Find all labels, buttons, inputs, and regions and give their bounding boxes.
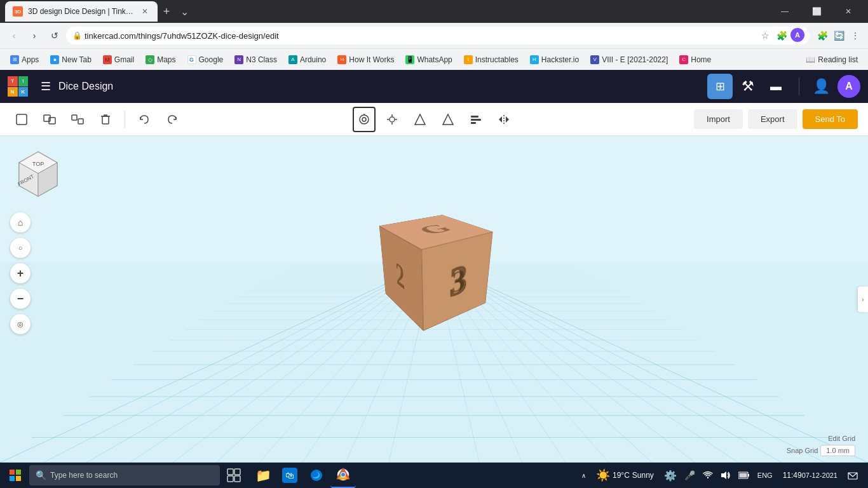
microphone-tray-icon[interactable]: 🎤 (682, 463, 698, 488)
tab-overflow-button[interactable]: ⌄ (178, 6, 191, 18)
toolbar: Import Export Send To (0, 103, 868, 136)
home-favicon: C (679, 55, 688, 64)
zoom-in-button[interactable]: + (10, 263, 31, 283)
group-button[interactable] (38, 107, 61, 132)
export-button[interactable]: Export (748, 109, 797, 129)
arduino-favicon: A (288, 55, 297, 64)
chrome-taskbar[interactable] (330, 463, 356, 488)
svg-rect-86 (739, 473, 747, 478)
shape-select-button[interactable] (409, 107, 431, 132)
redo-button[interactable] (161, 107, 184, 132)
user-avatar[interactable]: A (837, 75, 860, 98)
bookmark-star-icon[interactable]: ☆ (757, 28, 773, 43)
volume-tray-icon[interactable] (718, 463, 733, 488)
n3class-label: N3 Class (246, 55, 277, 64)
tab-close-button[interactable]: ✕ (140, 6, 150, 17)
flip-button[interactable] (492, 107, 515, 132)
toolbar-right-actions: Import Export Send To (694, 109, 858, 129)
snap-grid-value[interactable]: 1.0 mm (820, 445, 855, 456)
send-to-button[interactable]: Send To (803, 109, 858, 129)
import-button[interactable]: Import (694, 109, 743, 129)
start-button[interactable] (3, 463, 28, 488)
right-panel-handle[interactable]: › (858, 287, 868, 312)
svg-point-9 (390, 117, 395, 122)
toolbar-separator-1 (125, 111, 125, 128)
forward-button[interactable]: › (25, 27, 43, 44)
google-label: Google (199, 55, 224, 64)
bookmark-google[interactable]: G Google (182, 53, 229, 67)
svg-rect-16 (471, 116, 478, 118)
sync-icon[interactable]: 🔄 (831, 28, 846, 43)
svg-point-82 (341, 473, 345, 477)
zoom-out-button[interactable]: − (10, 288, 31, 309)
hamburger-menu-button[interactable]: ☰ (38, 77, 53, 96)
shapes-panel-button[interactable]: ⚒ (735, 74, 761, 99)
reading-list-button[interactable]: 📖 Reading list (801, 53, 863, 67)
maximize-button[interactable]: ⬜ (802, 0, 831, 23)
bookmark-maps[interactable]: ◇ Maps (140, 53, 180, 67)
chrome-icon (336, 468, 350, 482)
chrome-menu-button[interactable]: ⋮ (848, 28, 863, 43)
undo-button[interactable] (133, 107, 156, 132)
bookmark-home[interactable]: C Home (674, 53, 716, 67)
reload-button[interactable]: ↺ (46, 27, 64, 44)
new-tab-button[interactable]: + (158, 3, 175, 20)
extension-icon[interactable]: 🧩 (774, 28, 789, 43)
file-explorer-taskbar[interactable]: 📁 (250, 463, 276, 488)
network-tray-icon[interactable] (700, 463, 715, 488)
fit-view-button[interactable]: ○ (10, 238, 31, 258)
clock-widget[interactable]: 11:49 07-12-2021 (778, 463, 843, 488)
steam-tray-icon[interactable]: ⚙️ (661, 463, 679, 488)
taskbar-search[interactable]: 🔍 Type here to search (29, 465, 220, 485)
bookmark-apps[interactable]: ⊞ Apps (5, 53, 44, 67)
camera-tool-button[interactable] (353, 107, 376, 132)
notification-center-button[interactable] (845, 463, 860, 488)
view-cube[interactable]: TOP FRONT (13, 149, 64, 200)
back-button[interactable]: ‹ (5, 27, 23, 44)
language-indicator[interactable]: ENG (755, 463, 775, 488)
bookmark-arduino[interactable]: A Arduino (283, 53, 331, 67)
bookmark-n3class[interactable]: N N3 Class (229, 53, 282, 67)
edit-grid-text[interactable]: Edit Grid (828, 435, 855, 442)
bookmark-gmail[interactable]: M Gmail (98, 53, 139, 67)
address-box[interactable]: 🔒 tinkercad.com/things/7uhdw51ZOZK-dice-… (66, 27, 810, 44)
close-button[interactable]: ✕ (834, 0, 863, 23)
perspective-toggle-button[interactable]: ◎ (10, 314, 31, 334)
mirror-button[interactable] (437, 107, 459, 132)
instructables-label: Instructables (475, 55, 519, 64)
new-shape-button[interactable] (10, 107, 33, 132)
title-bar: 3D 3D design Dice Design | Tinkerc… ✕ + … (0, 0, 868, 23)
home-view-button[interactable]: ⌂ (10, 212, 31, 233)
bookmark-whatsapp[interactable]: 📱 WhatsApp (400, 53, 457, 67)
ungroup-button[interactable] (66, 107, 89, 132)
task-view-button[interactable] (221, 463, 247, 488)
settings-panel-button[interactable]: ▬ (763, 74, 789, 99)
tray-overflow-button[interactable]: ∧ (579, 463, 588, 488)
app-bar: T I N K ☰ Dice Design ⊞ ⚒ ▬ 👤 A (0, 70, 868, 103)
weather-widget[interactable]: ☀️ 19°C Sunny (591, 463, 659, 488)
active-tab[interactable]: 3D 3D design Dice Design | Tinkerc… ✕ (5, 1, 158, 22)
grid-view-button[interactable]: ⊞ (707, 74, 733, 99)
edge-taskbar[interactable] (304, 463, 329, 488)
windows-logo-icon (10, 470, 21, 481)
light-tool-button[interactable] (381, 107, 403, 132)
view-cube-svg: TOP FRONT (13, 149, 64, 200)
bookmark-how-it-works[interactable]: H How It Works (332, 53, 399, 67)
bookmark-hackster[interactable]: H Hackster.io (525, 53, 584, 67)
dice-3d-object[interactable]: 3 2 G (396, 227, 472, 304)
store-taskbar[interactable]: 🛍 (277, 463, 302, 488)
battery-tray-icon[interactable] (736, 463, 752, 488)
bookmark-viii-e[interactable]: V VIII - E [2021-2022] (585, 53, 673, 67)
tinkercad-logo[interactable]: T I N K (8, 76, 28, 97)
delete-button[interactable] (94, 107, 117, 132)
tab-title: 3D design Dice Design | Tinkerc… (28, 7, 135, 16)
extensions-button[interactable]: 🧩 (815, 28, 830, 43)
svg-rect-17 (471, 119, 481, 121)
minimize-button[interactable]: — (770, 0, 799, 23)
bookmark-instructables[interactable]: I Instructables (459, 53, 524, 67)
profile-icon[interactable]: A (790, 28, 804, 42)
bookmark-new-tab[interactable]: ● New Tab (45, 53, 96, 67)
add-person-button[interactable]: 👤 (810, 75, 832, 98)
canvas-area[interactable]: TOP FRONT ⌂ ○ + − ◎ 3 2 (0, 136, 868, 463)
align-button[interactable] (465, 107, 487, 132)
